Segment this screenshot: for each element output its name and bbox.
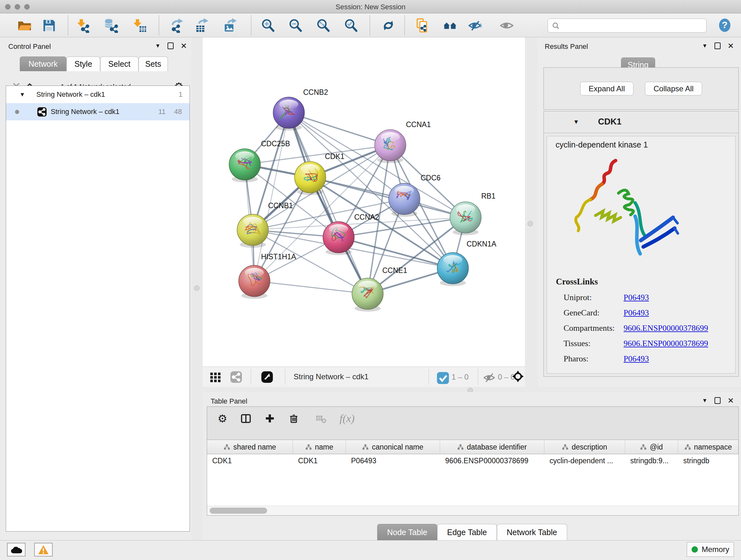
network-share-icon[interactable] <box>230 371 243 383</box>
table-panel-float-button[interactable] <box>715 397 721 404</box>
tab-edge-table[interactable]: Edge Table <box>437 524 497 541</box>
fit-selected-crosshair-icon[interactable] <box>512 370 526 384</box>
export-network-button[interactable] <box>171 18 185 33</box>
control-panel-float-button[interactable] <box>167 43 174 49</box>
control-panel-close-button[interactable]: ✕ <box>181 43 187 49</box>
string-app-icon <box>37 107 47 117</box>
network-canvas[interactable]: CCNB2CCNA1CDC25BCDK1CDC6RB1CCNB1CCNA2CDK… <box>203 37 525 367</box>
network-edge-count: 48 <box>174 108 182 116</box>
column-header--id[interactable]: @id <box>625 440 678 454</box>
node-CDC25B[interactable] <box>229 149 260 182</box>
crosslink-link[interactable]: 9606.ENSP00000378699 <box>623 339 708 348</box>
delete-column-button[interactable] <box>288 413 300 425</box>
cloud-status-button[interactable] <box>7 543 25 557</box>
column-tree-icon <box>684 444 691 450</box>
function-builder-button[interactable]: f(x) <box>340 413 354 425</box>
delete-table-button <box>316 413 327 425</box>
node-CCNA1[interactable] <box>375 130 406 163</box>
network-row-selected[interactable]: String Network – cdk1 11 48 <box>6 103 190 120</box>
table-settings-button[interactable]: ⚙ <box>217 413 228 425</box>
column-header-description[interactable]: description <box>544 440 625 454</box>
crosslink-link[interactable]: P06493 <box>623 308 649 318</box>
table-cell[interactable]: stringdb <box>678 454 738 467</box>
main-toolbar: ? <box>0 13 741 37</box>
show-all-icon <box>499 18 514 33</box>
memory-button[interactable]: Memory <box>687 542 734 557</box>
expand-all-button[interactable]: Expand All <box>580 82 633 96</box>
column-header-name[interactable]: name <box>293 440 346 454</box>
column-header-shared-name[interactable]: shared name <box>207 440 293 454</box>
first-neighbors-button[interactable] <box>443 18 458 33</box>
collection-count: 1 <box>179 90 183 99</box>
node-CDKN1A[interactable] <box>437 253 468 286</box>
tab-sets[interactable]: Sets <box>138 57 168 71</box>
right-splitter-handle[interactable] <box>528 221 533 226</box>
save-session-button[interactable] <box>42 18 57 33</box>
search-input[interactable] <box>562 19 703 32</box>
import-table-file-icon <box>132 18 147 33</box>
column-header-label: canonical name <box>372 443 423 451</box>
crosslink-link[interactable]: P06493 <box>623 354 649 364</box>
results-panel-float-button[interactable] <box>715 43 721 49</box>
tab-network-table[interactable]: Network Table <box>497 524 567 541</box>
tab-network[interactable]: Network <box>20 57 66 71</box>
selected-checkbox-icon[interactable] <box>436 372 447 382</box>
node-RB1[interactable] <box>450 202 481 235</box>
crosslink-link[interactable]: 9606.ENSP00000378699 <box>623 323 708 333</box>
column-header-database-identifier[interactable]: database identifier <box>440 440 544 454</box>
collapse-all-button[interactable]: Collapse All <box>645 82 702 96</box>
node-CCNA2[interactable] <box>323 222 354 255</box>
export-table-button[interactable] <box>195 18 210 33</box>
node-CCNB1[interactable] <box>237 214 268 248</box>
import-table-file-button[interactable] <box>132 18 147 33</box>
birds-eye-view-icon[interactable] <box>261 371 273 383</box>
node-CCNE1[interactable] <box>352 278 383 312</box>
table-cell[interactable]: stringdb:9... <box>625 454 678 467</box>
column-header-namespace[interactable]: namespace <box>678 440 738 454</box>
zoom-out-button[interactable] <box>288 18 303 33</box>
export-image-button[interactable] <box>223 18 238 33</box>
import-network-file-button[interactable] <box>76 18 91 33</box>
add-column-button[interactable] <box>265 413 276 425</box>
show-columns-button[interactable] <box>241 413 252 425</box>
new-network-from-selection-button[interactable] <box>415 18 430 33</box>
tab-style[interactable]: Style <box>66 57 100 71</box>
tab-select[interactable]: Select <box>100 57 138 71</box>
show-all-button[interactable] <box>499 18 514 33</box>
apply-preferred-layout-button[interactable] <box>381 18 396 33</box>
table-scrollbar-thumb[interactable] <box>210 508 267 514</box>
left-splitter-handle[interactable] <box>194 286 199 291</box>
grid-view-icon[interactable] <box>209 371 222 383</box>
protein-header-row[interactable]: ▼ CDK1 <box>544 111 738 133</box>
column-header-canonical-name[interactable]: canonical name <box>346 440 440 454</box>
table-cell[interactable]: cyclin-dependent ... <box>544 454 625 467</box>
table-panel-menu-caret[interactable]: ▼ <box>702 397 708 404</box>
import-network-database-button[interactable] <box>104 18 118 33</box>
hide-selected-button[interactable] <box>468 18 483 33</box>
results-panel-menu-caret[interactable]: ▼ <box>702 43 708 49</box>
table-panel-close-button[interactable]: ✕ <box>728 397 734 404</box>
apply-preferred-layout-icon <box>381 18 396 33</box>
protein-caret-icon[interactable]: ▼ <box>573 118 579 125</box>
tab-node-table[interactable]: Node Table <box>377 524 437 541</box>
control-panel-menu-caret[interactable]: ▼ <box>155 43 160 49</box>
results-panel-close-button[interactable]: ✕ <box>728 43 734 49</box>
crosslink-link[interactable]: P06493 <box>623 293 649 302</box>
node-label-CDKN1A: CDKN1A <box>467 240 496 248</box>
network-collection-row[interactable]: ▼ String Network – cdk1 1 <box>6 86 190 103</box>
node-CDK1[interactable] <box>294 162 326 195</box>
results-buttons-box: Expand All Collapse All <box>543 67 739 110</box>
zoom-fit-button[interactable] <box>316 18 331 33</box>
help-button[interactable]: ? <box>718 18 732 33</box>
table-cell[interactable]: CDK1 <box>293 454 346 467</box>
zoom-in-button[interactable] <box>261 18 275 33</box>
toolbar-separator <box>369 15 370 35</box>
table-cell[interactable]: 9606.ENSP00000378699 <box>440 454 544 467</box>
open-session-button[interactable] <box>17 18 32 33</box>
collection-caret-icon[interactable]: ▼ <box>19 91 25 98</box>
table-cell[interactable]: CDK1 <box>207 454 293 467</box>
node-HIST1H1A[interactable] <box>239 265 270 299</box>
table-cell[interactable]: P06493 <box>346 454 440 467</box>
warning-status-button[interactable] <box>34 543 53 557</box>
zoom-selected-button[interactable] <box>344 18 358 33</box>
